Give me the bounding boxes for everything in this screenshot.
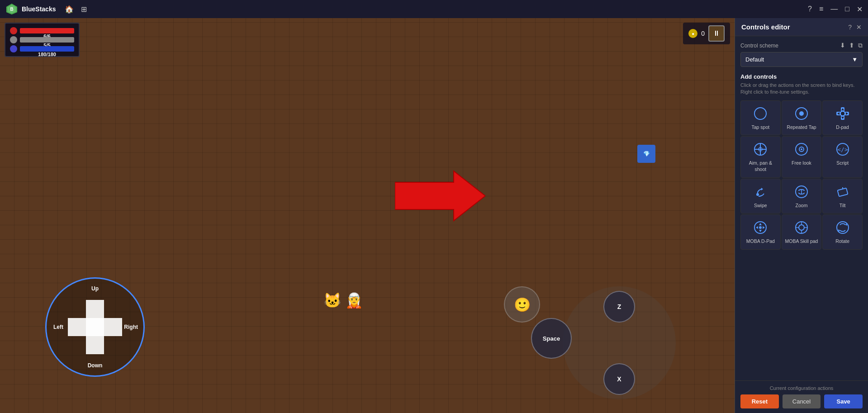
svg-point-35 — [799, 225, 804, 230]
svg-marker-30 — [759, 230, 762, 232]
game-character-cat: 🐱 — [323, 292, 342, 309]
space-button[interactable]: Space — [531, 318, 572, 359]
svg-point-6 — [799, 111, 804, 116]
hp-row: 6/6 — [10, 27, 74, 34]
home-icon[interactable]: 🏠 — [65, 5, 74, 14]
pause-button[interactable]: ⏸ — [708, 25, 725, 42]
add-controls-section: Add controls Click or drag the actions o… — [740, 73, 863, 250]
control-free-look[interactable]: Free look — [782, 136, 822, 177]
add-controls-title: Add controls — [740, 73, 863, 80]
hud-coins: ● 0 ⏸ — [683, 23, 730, 44]
svg-point-33 — [759, 226, 762, 229]
bluestacks-logo: B — [5, 3, 18, 15]
tilt-icon — [835, 184, 851, 200]
panel-title: Controls editor — [741, 23, 790, 31]
svg-text:</>: </> — [837, 146, 848, 153]
control-d-pad[interactable]: D-pad — [822, 100, 863, 136]
svg-rect-26 — [837, 188, 848, 196]
action-circle-area: Z X — [563, 286, 676, 399]
add-controls-desc: Click or drag the actions on the screen … — [740, 82, 863, 96]
moba-skill-icon — [793, 219, 810, 236]
svg-point-20 — [801, 148, 802, 150]
export-icon[interactable]: ⬆ — [849, 42, 854, 49]
reset-button[interactable]: Reset — [740, 394, 779, 408]
panel-help-icon[interactable]: ? — [848, 24, 852, 31]
svg-marker-29 — [759, 223, 762, 225]
svg-point-23 — [756, 193, 759, 196]
controls-editor-panel: Controls editor ? ✕ Control scheme ⬇ ⬆ ⧉ — [735, 18, 868, 413]
scheme-icons: ⬇ ⬆ ⧉ — [840, 42, 863, 49]
svg-point-4 — [754, 108, 766, 119]
control-script[interactable]: </> Script — [822, 136, 863, 177]
maximize-icon[interactable]: □ — [845, 5, 849, 13]
control-tap-spot[interactable]: Tap spot — [740, 100, 781, 136]
layout-icon[interactable]: ⊞ — [81, 5, 87, 14]
z-button[interactable]: Z — [603, 291, 635, 323]
nav-icons: 🏠 ⊞ — [65, 5, 87, 14]
mana-bar-fill — [20, 46, 74, 52]
import-icon[interactable]: ⬇ — [840, 42, 845, 49]
panel-body: Control scheme ⬇ ⬆ ⧉ Default ▼ Add contr… — [735, 36, 868, 380]
panel-header: Controls editor ? ✕ — [735, 18, 868, 36]
free-look-icon — [793, 141, 810, 157]
help-icon[interactable]: ? — [808, 5, 812, 13]
d-pad-label: D-pad — [836, 124, 849, 131]
script-label: Script — [836, 160, 849, 166]
minimize-icon[interactable]: — — [830, 5, 838, 13]
hp-bar-bg — [20, 28, 74, 33]
control-aim-pan-shoot[interactable]: Aim, pan & shoot — [740, 136, 781, 177]
panel-close-icon[interactable]: ✕ — [856, 24, 862, 31]
scheme-dropdown[interactable]: Default ▼ — [740, 52, 863, 67]
shield-row: 5/5 — [10, 36, 74, 43]
aim-pan-shoot-label: Aim, pan & shoot — [744, 160, 778, 172]
dpad-horizontal — [68, 318, 122, 336]
svg-marker-32 — [763, 226, 765, 229]
save-button[interactable]: Save — [824, 394, 863, 408]
control-moba-skill[interactable]: MOBA Skill pad — [782, 214, 822, 250]
action-area: Z X — [563, 286, 676, 399]
svg-marker-3 — [395, 171, 485, 221]
window-controls: ? ≡ — □ ✕ — [808, 5, 863, 14]
control-swipe[interactable]: Swipe — [740, 179, 781, 214]
x-button[interactable]: X — [603, 363, 635, 395]
zoom-label: Zoom — [796, 203, 808, 209]
mana-bar-bg — [20, 46, 74, 52]
panel-header-icons: ? ✕ — [848, 24, 862, 31]
control-moba-dpad[interactable]: MOBA D-Pad — [740, 214, 781, 250]
script-icon: </> — [835, 141, 851, 157]
mana-icon — [10, 45, 17, 52]
moba-dpad-icon — [752, 219, 768, 236]
rotate-icon — [835, 219, 851, 236]
free-look-label: Free look — [792, 160, 811, 166]
main-content: 6/6 5/5 180/180 — [0, 18, 868, 413]
shield-bar-bg — [20, 37, 74, 43]
shield-icon — [10, 36, 17, 43]
svg-marker-31 — [756, 226, 758, 229]
copy-icon[interactable]: ⧉ — [858, 42, 863, 49]
menu-icon[interactable]: ≡ — [819, 5, 823, 13]
controls-grid: Tap spot Repeated Tap — [740, 100, 863, 250]
moba-skill-label: MOBA Skill pad — [785, 238, 818, 245]
dpad-cross — [68, 300, 122, 354]
rotate-label: Rotate — [835, 238, 849, 245]
mana-text: 180/180 — [20, 52, 74, 57]
smiley-button[interactable]: 🙂 — [504, 286, 540, 323]
title-bar: B BlueStacks 🏠 ⊞ ? ≡ — □ ✕ — [0, 0, 868, 18]
close-icon[interactable]: ✕ — [857, 5, 863, 14]
control-repeated-tap[interactable]: Repeated Tap — [782, 100, 822, 136]
coin-count: 0 — [701, 30, 705, 37]
zoom-icon — [793, 184, 810, 200]
control-tilt[interactable]: Tilt — [822, 179, 863, 214]
dpad-up-label: Up — [91, 285, 99, 292]
mana-row: 180/180 — [10, 45, 74, 52]
dpad-control[interactable]: Up Down Left Right — [45, 277, 145, 377]
swipe-icon — [752, 184, 768, 200]
control-zoom[interactable]: Zoom — [782, 179, 822, 214]
dpad-left-label: Left — [53, 324, 63, 330]
coin-icon: ● — [688, 29, 697, 38]
panel-footer: Current configuration actions Reset Canc… — [735, 380, 868, 413]
current-config-label: Current configuration actions — [740, 385, 863, 391]
control-rotate[interactable]: Rotate — [822, 214, 863, 250]
cancel-button[interactable]: Cancel — [783, 394, 821, 408]
repeated-tap-label: Repeated Tap — [787, 124, 816, 131]
